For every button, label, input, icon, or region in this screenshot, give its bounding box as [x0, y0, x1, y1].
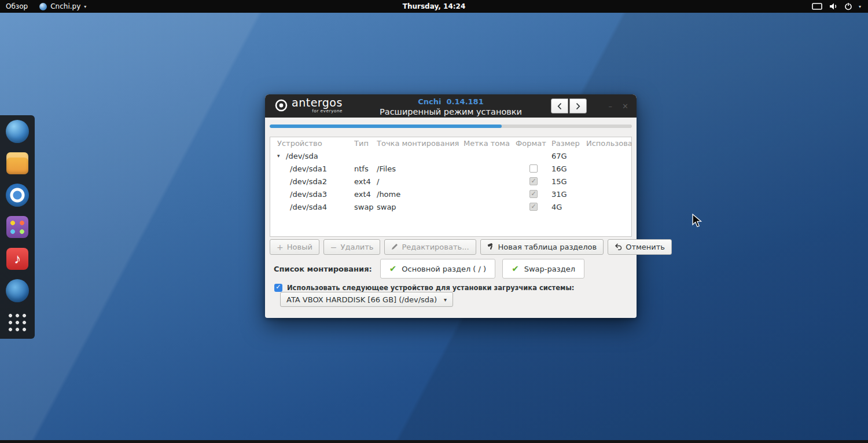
system-menu[interactable]: ▾ — [805, 0, 868, 13]
bootloader-checkbox[interactable] — [274, 284, 282, 292]
mount-badge[interactable]: ✔Swap-раздел — [502, 259, 584, 279]
forward-button[interactable] — [569, 98, 587, 114]
format-checkbox — [529, 177, 538, 185]
mount-list-label: Список монтирования: — [274, 265, 372, 273]
window-title: Cnchi 0.14.181 — [380, 97, 522, 107]
col-type[interactable]: Тип — [354, 139, 377, 148]
device-name: /dev/sda1 — [290, 164, 327, 173]
table-header-row: Устройство Тип Точка монтирования Метка … — [270, 137, 631, 149]
dock-item-show-apps[interactable] — [3, 309, 31, 336]
partition-row[interactable]: /dev/sda4swapswap4G — [270, 200, 631, 213]
partition-row[interactable]: /dev/sda1ntfs/Files16G — [270, 162, 631, 175]
check-icon: ✔ — [512, 263, 519, 274]
back-button[interactable] — [551, 98, 568, 114]
chevron-down-icon: ▾ — [444, 296, 447, 303]
col-used[interactable]: Использовано — [586, 139, 631, 148]
partition-row[interactable]: /dev/sda2ext4/15G — [270, 175, 631, 188]
activities-label: Обзор — [6, 2, 28, 10]
expander-icon[interactable]: ▾ — [277, 153, 283, 159]
col-format[interactable]: Формат — [516, 139, 551, 148]
music-note-icon — [6, 248, 28, 270]
minus-icon: − — [330, 243, 337, 251]
new-partition-button[interactable]: + Новый — [270, 239, 319, 255]
focused-app-menu[interactable]: Cnchi.py ▾ — [34, 0, 92, 13]
clock[interactable]: Thursday, 14:24 — [403, 0, 465, 13]
col-size[interactable]: Размер — [551, 139, 586, 148]
brand-name: antergos — [292, 97, 343, 108]
mount-badge[interactable]: ✔Основной раздел ( / ) — [380, 259, 495, 279]
bootloader-device-select[interactable]: ATA VBOX HARDDISK [66 GB] (/dev/sda) ▾ — [280, 292, 453, 307]
globe-icon — [6, 120, 29, 143]
antergos-logo: antergos for everyone — [274, 97, 343, 114]
format-checkbox — [529, 190, 538, 198]
delete-partition-button[interactable]: − Удалить — [323, 239, 381, 255]
apps-grid-icon — [7, 312, 28, 333]
dock-item-music[interactable] — [3, 245, 31, 273]
device-name: /dev/sda2 — [290, 177, 327, 186]
dock-item-browser[interactable] — [3, 118, 31, 145]
desktop: Обзор Cnchi.py ▾ Thursday, 14:24 ▾ — [0, 0, 868, 443]
progress-fill — [270, 125, 502, 128]
minimize-button[interactable]: – — [609, 102, 613, 111]
activities-button[interactable]: Обзор — [0, 0, 34, 13]
partition-table: Устройство Тип Точка монтирования Метка … — [270, 137, 632, 237]
plus-icon: + — [277, 243, 284, 251]
dock — [0, 115, 35, 339]
edit-icon — [391, 243, 398, 251]
undo-button[interactable]: Отменить — [608, 239, 672, 255]
mount-badge-label: Swap-раздел — [524, 265, 575, 273]
top-bar: Обзор Cnchi.py ▾ Thursday, 14:24 ▾ — [0, 0, 868, 13]
software-icon — [6, 216, 28, 238]
check-icon: ✔ — [389, 263, 397, 274]
bootloader-label: Использовать следующее устройство для ус… — [287, 284, 574, 292]
volume-icon — [829, 2, 838, 10]
partition-actions: + Новый − Удалить Редактировать... Новая… — [270, 239, 632, 255]
mount-badges: ✔Основной раздел ( / )✔Swap-раздел — [380, 259, 584, 279]
chevron-down-icon: ▾ — [859, 4, 861, 9]
screen-icon — [812, 3, 822, 10]
undo-icon — [615, 243, 622, 251]
app-name: Cnchi.py — [50, 2, 80, 10]
mouse-cursor — [692, 214, 703, 229]
dock-item-software[interactable] — [3, 213, 31, 241]
bottom-edge — [0, 440, 868, 443]
bootloader-device-value: ATA VBOX HARDDISK [66 GB] (/dev/sda) — [286, 295, 437, 304]
col-mount[interactable]: Точка монтирования — [377, 139, 464, 148]
chromium-icon — [6, 184, 29, 207]
mount-list: Список монтирования: ✔Основной раздел ( … — [274, 258, 584, 279]
dock-item-web[interactable] — [3, 277, 31, 305]
edit-partition-button[interactable]: Редактировать... — [384, 239, 476, 255]
globe2-icon — [6, 279, 29, 302]
window-header: antergos for everyone Cnchi 0.14.181 Рас… — [265, 94, 637, 118]
antergos-logo-icon — [274, 98, 288, 112]
dock-item-files[interactable] — [3, 149, 31, 177]
cnchi-window: antergos for everyone Cnchi 0.14.181 Рас… — [265, 94, 637, 318]
format-checkbox[interactable] — [529, 164, 538, 173]
chevron-down-icon: ▾ — [84, 4, 86, 9]
power-icon — [844, 2, 852, 10]
device-name: /dev/sda3 — [290, 190, 327, 199]
hammer-icon — [487, 243, 495, 251]
col-label[interactable]: Метка тома — [464, 139, 516, 148]
bootloader-row: Использовать следующее устройство для ус… — [274, 284, 574, 292]
device-name: /dev/sda — [286, 152, 318, 160]
partition-row[interactable]: /dev/sda3ext4/home31G — [270, 188, 631, 200]
new-partition-table-button[interactable]: Новая таблица разделов — [480, 239, 604, 255]
format-checkbox — [529, 203, 538, 211]
device-name: /dev/sda4 — [290, 203, 327, 211]
col-device[interactable]: Устройство — [277, 139, 354, 148]
progress-bar — [270, 125, 632, 128]
brand-tagline: for everyone — [312, 109, 343, 114]
files-icon — [6, 152, 28, 174]
window-subtitle: Расширенный режим установки — [380, 107, 522, 117]
close-button[interactable]: ✕ — [622, 102, 628, 111]
dock-item-chromium[interactable] — [3, 181, 31, 209]
partition-table-body: ▾/dev/sda67G/dev/sda1ntfs/Files16G/dev/s… — [270, 149, 631, 213]
mount-badge-label: Основной раздел ( / ) — [402, 265, 486, 273]
partition-row[interactable]: ▾/dev/sda67G — [270, 149, 631, 162]
app-icon — [39, 3, 47, 10]
